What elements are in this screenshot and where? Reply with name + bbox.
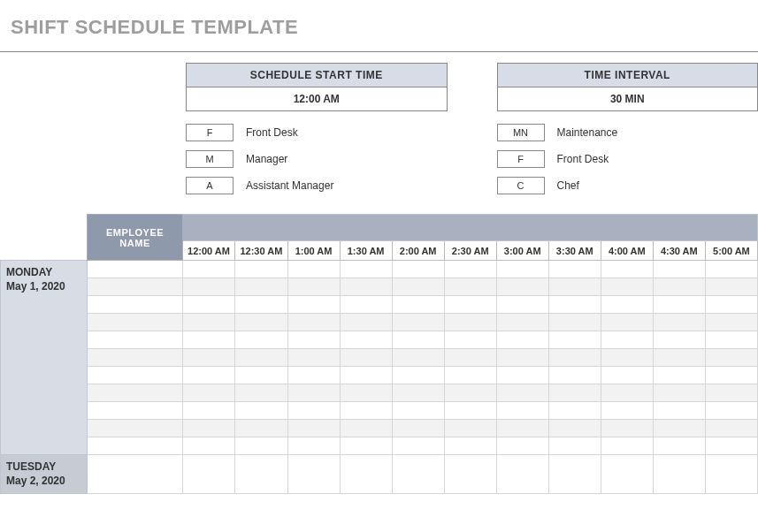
shift-cell[interactable] bbox=[705, 331, 757, 349]
shift-cell[interactable] bbox=[392, 314, 444, 331]
legend-code[interactable]: MN bbox=[497, 124, 545, 141]
shift-cell[interactable] bbox=[235, 420, 287, 437]
shift-cell[interactable] bbox=[496, 296, 548, 314]
shift-cell[interactable] bbox=[705, 420, 757, 437]
shift-cell[interactable] bbox=[287, 349, 340, 367]
shift-cell[interactable] bbox=[705, 437, 757, 455]
shift-cell[interactable] bbox=[235, 367, 287, 384]
shift-cell[interactable] bbox=[444, 331, 496, 349]
employee-cell[interactable] bbox=[88, 261, 183, 278]
shift-cell[interactable] bbox=[653, 296, 705, 314]
shift-cell[interactable] bbox=[340, 437, 392, 455]
shift-cell[interactable] bbox=[235, 349, 287, 367]
shift-cell[interactable] bbox=[653, 402, 705, 420]
shift-cell[interactable] bbox=[444, 278, 496, 296]
shift-cell[interactable] bbox=[392, 420, 444, 437]
shift-cell[interactable] bbox=[287, 437, 340, 455]
shift-cell[interactable] bbox=[340, 349, 392, 367]
shift-cell[interactable] bbox=[235, 296, 287, 314]
shift-cell[interactable] bbox=[392, 331, 444, 349]
shift-cell[interactable] bbox=[340, 331, 392, 349]
shift-cell[interactable] bbox=[705, 278, 757, 296]
shift-cell[interactable] bbox=[653, 331, 705, 349]
shift-cell[interactable] bbox=[235, 384, 287, 402]
shift-cell[interactable] bbox=[182, 420, 234, 437]
shift-cell[interactable] bbox=[444, 349, 496, 367]
shift-cell[interactable] bbox=[601, 349, 653, 367]
employee-cell[interactable] bbox=[88, 437, 183, 455]
shift-cell[interactable] bbox=[182, 314, 234, 331]
shift-cell[interactable] bbox=[235, 437, 287, 455]
shift-cell[interactable] bbox=[287, 314, 340, 331]
shift-cell[interactable] bbox=[496, 455, 548, 494]
shift-cell[interactable] bbox=[235, 278, 287, 296]
shift-cell[interactable] bbox=[287, 384, 340, 402]
shift-cell[interactable] bbox=[601, 331, 653, 349]
shift-cell[interactable] bbox=[705, 261, 757, 278]
shift-cell[interactable] bbox=[392, 455, 444, 494]
shift-cell[interactable] bbox=[601, 402, 653, 420]
shift-cell[interactable] bbox=[496, 331, 548, 349]
shift-cell[interactable] bbox=[444, 384, 496, 402]
shift-cell[interactable] bbox=[548, 455, 601, 494]
shift-cell[interactable] bbox=[548, 296, 601, 314]
shift-cell[interactable] bbox=[601, 296, 653, 314]
shift-cell[interactable] bbox=[392, 367, 444, 384]
legend-code[interactable]: F bbox=[497, 150, 545, 168]
shift-cell[interactable] bbox=[444, 402, 496, 420]
shift-cell[interactable] bbox=[548, 331, 601, 349]
shift-cell[interactable] bbox=[496, 437, 548, 455]
shift-cell[interactable] bbox=[392, 384, 444, 402]
employee-cell[interactable] bbox=[88, 278, 183, 296]
shift-cell[interactable] bbox=[392, 349, 444, 367]
shift-cell[interactable] bbox=[705, 296, 757, 314]
config-interval-value[interactable]: 30 MIN bbox=[497, 87, 759, 111]
shift-cell[interactable] bbox=[548, 278, 601, 296]
shift-cell[interactable] bbox=[705, 349, 757, 367]
employee-cell[interactable] bbox=[88, 367, 183, 384]
shift-cell[interactable] bbox=[340, 261, 392, 278]
shift-cell[interactable] bbox=[548, 384, 601, 402]
shift-cell[interactable] bbox=[548, 367, 601, 384]
shift-cell[interactable] bbox=[392, 296, 444, 314]
shift-cell[interactable] bbox=[496, 349, 548, 367]
shift-cell[interactable] bbox=[653, 455, 705, 494]
employee-cell[interactable] bbox=[88, 402, 183, 420]
shift-cell[interactable] bbox=[548, 402, 601, 420]
shift-cell[interactable] bbox=[182, 402, 234, 420]
shift-cell[interactable] bbox=[601, 314, 653, 331]
shift-cell[interactable] bbox=[496, 367, 548, 384]
shift-cell[interactable] bbox=[496, 261, 548, 278]
shift-cell[interactable] bbox=[653, 261, 705, 278]
shift-cell[interactable] bbox=[340, 402, 392, 420]
shift-cell[interactable] bbox=[444, 437, 496, 455]
shift-cell[interactable] bbox=[601, 455, 653, 494]
shift-cell[interactable] bbox=[496, 402, 548, 420]
legend-code[interactable]: A bbox=[186, 177, 234, 194]
shift-cell[interactable] bbox=[444, 420, 496, 437]
legend-code[interactable]: C bbox=[497, 177, 545, 194]
shift-cell[interactable] bbox=[705, 402, 757, 420]
shift-cell[interactable] bbox=[653, 437, 705, 455]
shift-cell[interactable] bbox=[235, 331, 287, 349]
shift-cell[interactable] bbox=[235, 455, 287, 494]
shift-cell[interactable] bbox=[601, 384, 653, 402]
shift-cell[interactable] bbox=[182, 278, 234, 296]
legend-code[interactable]: F bbox=[186, 124, 234, 141]
employee-cell[interactable] bbox=[88, 331, 183, 349]
shift-cell[interactable] bbox=[392, 278, 444, 296]
shift-cell[interactable] bbox=[182, 437, 234, 455]
shift-cell[interactable] bbox=[182, 331, 234, 349]
shift-cell[interactable] bbox=[182, 455, 234, 494]
shift-cell[interactable] bbox=[653, 349, 705, 367]
shift-cell[interactable] bbox=[653, 384, 705, 402]
legend-code[interactable]: M bbox=[186, 150, 234, 168]
shift-cell[interactable] bbox=[182, 384, 234, 402]
shift-cell[interactable] bbox=[601, 367, 653, 384]
shift-cell[interactable] bbox=[444, 314, 496, 331]
shift-cell[interactable] bbox=[340, 384, 392, 402]
shift-cell[interactable] bbox=[182, 349, 234, 367]
shift-cell[interactable] bbox=[444, 261, 496, 278]
shift-cell[interactable] bbox=[182, 296, 234, 314]
shift-cell[interactable] bbox=[601, 261, 653, 278]
